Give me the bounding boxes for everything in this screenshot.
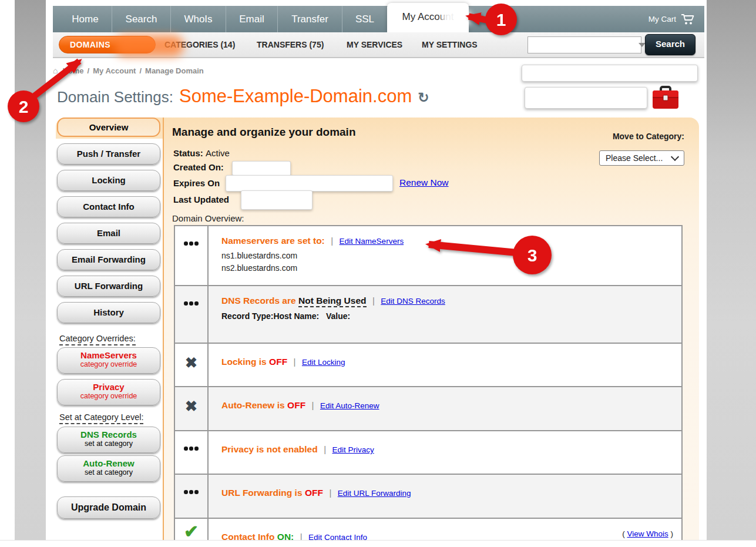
view-whois-link[interactable]: View Whois [627,529,668,538]
table-row-dns-records: DNS Records are Not Being Used | Edit DN… [175,286,681,344]
nameserver-2: ns2.bluestardns.com [221,262,673,274]
row-heading: Auto-Renew is [221,400,285,410]
sidebar-tab-locking[interactable]: Locking [57,170,160,191]
home-icon: ⌂ [53,66,58,75]
renew-now-link[interactable]: Renew Now [399,177,449,188]
set-at-category-label: Set at Category Level: [59,412,143,422]
sidebar-button-privacy-override[interactable]: Privacy category override [57,379,160,405]
edit-dns-records-link[interactable]: Edit DNS Records [381,297,445,306]
table-row-locking: ✖ Locking is OFF | Edit Locking [175,344,681,387]
table-row-url-forwarding: URL Forwarding is OFF | Edit URL Forward… [175,475,681,519]
created-on-line: Created On: [173,162,224,172]
category-select[interactable]: Please Select... [599,150,684,166]
expires-on-line: Expires On [173,178,220,188]
category-overrides-label: Category Overrides: [59,334,136,343]
breadcrumb-manage-domain: Manage Domain [145,66,204,75]
refresh-icon[interactable]: ↻ [418,90,429,106]
dots-icon [175,226,209,285]
category-select-value: Please Select... [606,153,663,163]
sidebar-divider [163,118,164,540]
sidebar-tab-push-transfer[interactable]: Push / Transfer [57,143,160,165]
dots-icon [175,431,209,474]
edit-auto-renew-link[interactable]: Edit Auto-Renew [320,401,379,410]
sidebar-tab-history[interactable]: History [57,302,160,323]
top-navigation: Home Search WhoIs Email Transfer SSL My … [53,6,704,32]
sidebar-button-upgrade-domain[interactable]: Upgrade Domain [57,496,160,519]
dots-icon [175,475,209,518]
edit-url-forwarding-link[interactable]: Edit URL Forwarding [338,489,411,498]
redacted-box [522,65,698,82]
domain-settings-panel: Overview Push / Transfer Locking Contact… [56,118,699,540]
domain-search-combobox[interactable] [527,36,641,53]
breadcrumb-home[interactable]: Home [62,66,83,75]
toolbox-icon[interactable] [651,85,680,113]
row-status: OFF [287,400,305,410]
subnav-my-settings[interactable]: MY SETTINGS [422,32,478,57]
cart-icon [681,14,695,25]
breadcrumb-my-account[interactable]: My Account [93,66,136,75]
sidebar-tab-overview[interactable]: Overview [57,118,160,137]
nav-tab-whois[interactable]: WhoIs [170,6,226,32]
row-status: OFF [269,357,287,367]
breadcrumb-separator: / [139,66,142,75]
last-updated-line: Last Updated [173,194,229,204]
redacted-box [525,87,647,109]
nameserver-1: ns1.bluestardns.com [221,250,673,262]
breadcrumb-separator: / [88,66,90,75]
redaction-smudge [115,35,184,56]
x-icon: ✖ [175,387,209,430]
view-whois-wrapper: ( View Whois ) [622,529,673,538]
row-heading: Nameservers are set to: [221,236,325,246]
chevron-down-icon [671,153,679,161]
redacted-box [232,161,291,176]
row-heading: Locking is [221,357,267,367]
table-row-auto-renew: ✖ Auto-Renew is OFF | Edit Auto-Renew [175,387,681,431]
page-title-prefix: Domain Settings: [57,88,173,106]
sidebar-tab-email[interactable]: Email [57,223,160,244]
nav-tab-email[interactable]: Email [226,6,277,32]
row-heading: DNS Records are [221,296,296,306]
edit-nameservers-link[interactable]: Edit NameServers [340,237,404,246]
page-background-left [15,0,46,540]
sidebar-button-nameservers-override[interactable]: NameServers category override [57,347,160,374]
redaction-smudge [442,8,471,28]
redacted-box [241,190,313,210]
domain-settings-page: Home Search WhoIs Email Transfer SSL My … [0,0,756,547]
dots-icon [175,286,209,343]
sidebar-button-auto-renew-category[interactable]: Auto-Renew set at category [57,455,160,482]
table-row-nameservers: Nameservers are set to: | Edit NameServe… [175,226,681,286]
page-title: Domain Settings: Some-Example-Domain.com… [57,86,429,107]
domain-search-input[interactable] [528,39,639,51]
edit-locking-link[interactable]: Edit Locking [302,358,345,367]
x-icon: ✖ [175,344,209,386]
row-heading: Privacy is not enabled [221,444,318,454]
content-heading: Manage and organize your domain [172,126,356,139]
page-title-domain: Some-Example-Domain.com [179,86,412,107]
subnav-my-services[interactable]: MY SERVICES [347,32,402,57]
edit-privacy-link[interactable]: Edit Privacy [332,445,374,454]
window-bottom-edge [0,540,756,547]
row-status: OFF [305,488,323,498]
dns-record-columns: Record Type:Host Name: Value: [221,311,673,321]
move-to-category-label: Move to Category: [584,132,684,141]
domain-overview-table: Nameservers are set to: | Edit NameServe… [174,225,683,547]
table-row-privacy: Privacy is not enabled | Edit Privacy [175,431,681,475]
status-line: Status: Active [173,148,230,158]
nav-tab-transfer[interactable]: Transfer [277,6,342,32]
row-status: Not Being Used [298,296,366,307]
redacted-box [226,175,393,192]
subnav-transfers[interactable]: TRANSFERS (75) [257,32,324,57]
nav-tab-search[interactable]: Search [112,6,170,32]
subnav-search-button[interactable]: Search [645,34,695,55]
sidebar-tab-url-forwarding[interactable]: URL Forwarding [57,276,160,297]
nav-tab-ssl[interactable]: SSL [342,6,387,32]
my-cart-button[interactable]: My Cart [649,6,695,32]
page-background-right [707,0,756,540]
nav-tab-home[interactable]: Home [59,6,112,32]
sidebar-button-dns-records-category[interactable]: DNS Records set at category [57,427,160,453]
sidebar-tab-contact-info[interactable]: Contact Info [57,196,160,217]
domain-overview-label: Domain Overview: [172,213,244,223]
sidebar-tab-email-forwarding[interactable]: Email Forwarding [57,249,160,270]
breadcrumb: ⌂ Home / My Account / Manage Domain [53,66,204,75]
my-cart-label: My Cart [649,15,676,24]
